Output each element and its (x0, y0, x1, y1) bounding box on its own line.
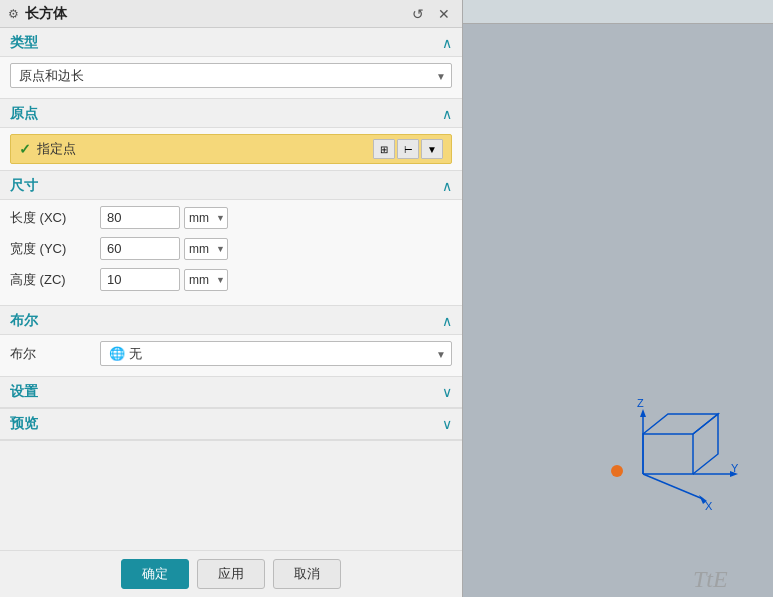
origin-label: 指定点 (37, 140, 367, 158)
svg-text:Y: Y (731, 462, 739, 474)
svg-marker-1 (640, 409, 646, 417)
length-unit-select[interactable]: mm (184, 207, 228, 229)
bool-chevron-icon: ∧ (442, 313, 452, 329)
preview-section-title: 预览 (10, 415, 38, 433)
origin-section-title: 原点 (10, 105, 38, 123)
svg-line-2 (643, 474, 703, 499)
origin-icon2-button[interactable]: ⊢ (397, 139, 419, 159)
width-unit-select[interactable]: mm (184, 238, 228, 260)
svg-text:X: X (705, 500, 713, 512)
origin-checkmark: ✓ (19, 141, 31, 157)
watermark-text: TtE (693, 566, 728, 593)
length-label: 长度 (XC) (10, 209, 100, 227)
bool-dropdown-wrapper: 🌐 无 (100, 341, 452, 366)
width-input[interactable] (100, 237, 180, 260)
origin-icons: ⊞ ⊢ ▼ (373, 139, 443, 159)
width-row: 宽度 (YC) mm (10, 237, 452, 260)
dimensions-chevron-icon: ∧ (442, 178, 452, 194)
title-bar-left: ⚙ 长方体 (8, 5, 67, 23)
preview-chevron-icon: ∨ (442, 416, 452, 432)
width-unit-wrapper: mm (184, 238, 228, 260)
length-input[interactable] (100, 206, 180, 229)
bool-label: 布尔 (10, 345, 100, 363)
left-panel: ⚙ 长方体 ↺ ✕ 类型 ∧ 原点和边长 原点 (0, 0, 463, 597)
settings-section-header[interactable]: 设置 ∨ (0, 377, 462, 408)
settings-chevron-icon: ∨ (442, 384, 452, 400)
dimensions-section-body: 长度 (XC) mm 宽度 (YC) mm (0, 200, 462, 305)
type-select[interactable]: 原点和边长 (10, 63, 452, 88)
type-dropdown-row: 原点和边长 (10, 63, 452, 88)
height-unit-wrapper: mm (184, 269, 228, 291)
viewport-panel[interactable]: Z Y X TtE (463, 0, 773, 597)
svg-text:Z: Z (637, 397, 644, 409)
reset-button[interactable]: ↺ (408, 4, 428, 24)
origin-section-header[interactable]: 原点 ∧ (0, 99, 462, 128)
dimensions-section-title: 尺寸 (10, 177, 38, 195)
footer-buttons: 确定 应用 取消 (0, 550, 462, 597)
bool-select[interactable]: 🌐 无 (100, 341, 452, 366)
origin-row: ✓ 指定点 ⊞ ⊢ ▼ (10, 134, 452, 164)
height-input-wrapper: mm (100, 268, 452, 291)
gear-icon: ⚙ (8, 7, 19, 21)
title-bar-right: ↺ ✕ (408, 4, 454, 24)
origin-icon1-button[interactable]: ⊞ (373, 139, 395, 159)
height-unit-select[interactable]: mm (184, 269, 228, 291)
origin-dropdown-button[interactable]: ▼ (421, 139, 443, 159)
origin-chevron-icon: ∧ (442, 106, 452, 122)
panel-title: 长方体 (25, 5, 67, 23)
length-row: 长度 (XC) mm (10, 206, 452, 229)
axes-svg: Z Y X (623, 394, 743, 514)
settings-section-title: 设置 (10, 383, 38, 401)
width-input-wrapper: mm (100, 237, 452, 260)
type-chevron-icon: ∧ (442, 35, 452, 51)
viewport-3d-axes: Z Y X (623, 394, 743, 517)
divider-6 (0, 440, 462, 441)
bool-row: 布尔 🌐 无 (10, 341, 452, 366)
type-section-title: 类型 (10, 34, 38, 52)
height-label: 高度 (ZC) (10, 271, 100, 289)
bool-section-title: 布尔 (10, 312, 38, 330)
panel-content: 类型 ∧ 原点和边长 原点 ∧ ✓ 指定点 ⊞ (0, 28, 462, 550)
viewport-topbar (463, 0, 773, 24)
bool-section-header[interactable]: 布尔 ∧ (0, 306, 462, 335)
origin-section-body: ✓ 指定点 ⊞ ⊢ ▼ (0, 128, 462, 170)
title-bar: ⚙ 长方体 ↺ ✕ (0, 0, 462, 28)
length-input-wrapper: mm (100, 206, 452, 229)
apply-button[interactable]: 应用 (197, 559, 265, 589)
type-dropdown-wrapper: 原点和边长 (10, 63, 452, 88)
bool-section-body: 布尔 🌐 无 (0, 335, 462, 376)
close-button[interactable]: ✕ (434, 4, 454, 24)
confirm-button[interactable]: 确定 (121, 559, 189, 589)
dimensions-section-header[interactable]: 尺寸 ∧ (0, 171, 462, 200)
preview-section-header[interactable]: 预览 ∨ (0, 409, 462, 440)
height-input[interactable] (100, 268, 180, 291)
type-section-body: 原点和边长 (0, 57, 462, 98)
cancel-button[interactable]: 取消 (273, 559, 341, 589)
length-unit-wrapper: mm (184, 207, 228, 229)
orange-dot (611, 465, 623, 477)
type-section-header[interactable]: 类型 ∧ (0, 28, 462, 57)
width-label: 宽度 (YC) (10, 240, 100, 258)
height-row: 高度 (ZC) mm (10, 268, 452, 291)
